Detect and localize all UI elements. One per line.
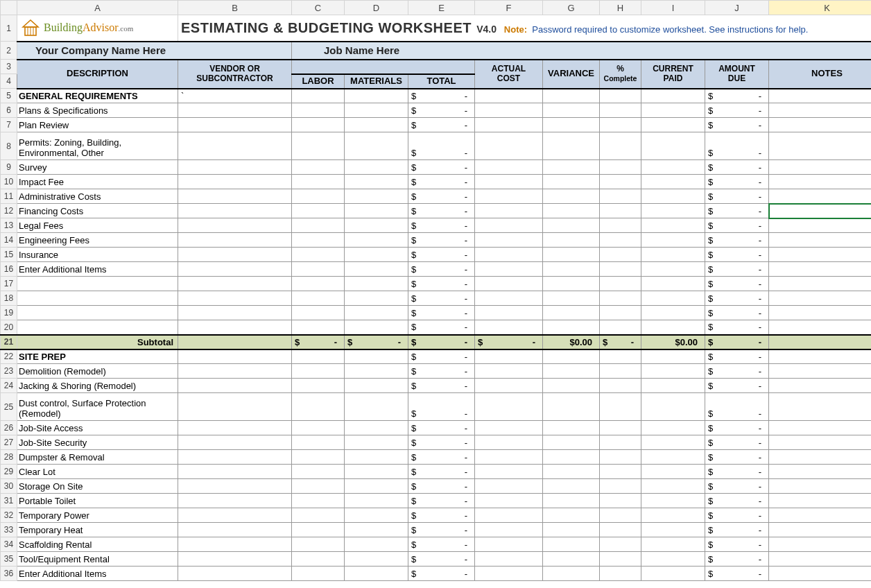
materials-cell[interactable] <box>345 89 408 103</box>
notes-cell[interactable] <box>769 465 872 479</box>
actual-cell[interactable] <box>475 552 543 567</box>
actual-cell[interactable] <box>475 349 543 364</box>
notes-cell[interactable] <box>769 262 872 277</box>
column-header-f[interactable]: F <box>475 1 543 15</box>
vendor-cell[interactable] <box>178 523 292 537</box>
pct-cell[interactable] <box>600 103 641 118</box>
vendor-cell[interactable] <box>178 537 292 552</box>
paid-cell[interactable] <box>641 89 705 103</box>
labor-cell[interactable] <box>292 393 345 421</box>
line-description[interactable]: SITE PREP <box>17 349 178 364</box>
line-description[interactable]: Tool/Equipment Rental <box>17 552 178 567</box>
pct-cell[interactable] <box>600 160 641 175</box>
paid-cell[interactable] <box>641 435 705 450</box>
line-description[interactable]: Demolition (Remodel) <box>17 364 178 379</box>
paid-cell[interactable] <box>641 277 705 291</box>
materials-cell[interactable] <box>345 306 408 320</box>
paid-cell[interactable] <box>641 567 705 581</box>
paid-cell[interactable] <box>641 160 705 175</box>
paid-cell[interactable] <box>641 132 705 160</box>
pct-cell[interactable] <box>600 218 641 233</box>
materials-cell[interactable] <box>345 233 408 248</box>
vendor-cell[interactable] <box>178 494 292 508</box>
line-description[interactable]: Storage On Site <box>17 479 178 494</box>
labor-cell[interactable] <box>292 523 345 537</box>
materials-cell[interactable] <box>345 204 408 218</box>
paid-cell[interactable] <box>641 494 705 508</box>
actual-cell[interactable] <box>475 175 543 189</box>
paid-cell[interactable] <box>641 421 705 435</box>
labor-cell[interactable] <box>292 103 345 118</box>
actual-cell[interactable] <box>475 218 543 233</box>
line-description[interactable] <box>17 320 178 335</box>
materials-cell[interactable] <box>345 379 408 393</box>
paid-cell[interactable] <box>641 508 705 523</box>
actual-cell[interactable] <box>475 450 543 465</box>
paid-cell[interactable] <box>641 118 705 132</box>
notes-cell[interactable] <box>769 204 872 218</box>
vendor-cell[interactable] <box>178 393 292 421</box>
actual-cell[interactable] <box>475 465 543 479</box>
paid-cell[interactable] <box>641 450 705 465</box>
labor-cell[interactable] <box>292 465 345 479</box>
vendor-cell[interactable] <box>178 379 292 393</box>
line-description[interactable]: Jacking & Shoring (Remodel) <box>17 379 178 393</box>
actual-cell[interactable] <box>475 160 543 175</box>
materials-cell[interactable] <box>345 494 408 508</box>
vendor-cell[interactable] <box>178 262 292 277</box>
pct-cell[interactable] <box>600 204 641 218</box>
materials-cell[interactable] <box>345 523 408 537</box>
vendor-cell[interactable] <box>178 103 292 118</box>
vendor-cell[interactable] <box>178 567 292 581</box>
column-header-b[interactable]: B <box>178 1 292 15</box>
vendor-cell[interactable] <box>178 277 292 291</box>
pct-cell[interactable] <box>600 523 641 537</box>
notes-cell[interactable] <box>769 320 872 335</box>
line-description[interactable]: Clear Lot <box>17 465 178 479</box>
paid-cell[interactable] <box>641 204 705 218</box>
paid-cell[interactable] <box>641 103 705 118</box>
labor-cell[interactable] <box>292 118 345 132</box>
actual-cell[interactable] <box>475 132 543 160</box>
materials-cell[interactable] <box>345 218 408 233</box>
line-description[interactable] <box>17 277 178 291</box>
column-header-g[interactable]: G <box>543 1 600 15</box>
actual-cell[interactable] <box>475 523 543 537</box>
labor-cell[interactable] <box>292 349 345 364</box>
pct-cell[interactable] <box>600 494 641 508</box>
labor-cell[interactable] <box>292 494 345 508</box>
actual-cell[interactable] <box>475 306 543 320</box>
line-description[interactable]: Scaffolding Rental <box>17 537 178 552</box>
company-name-field[interactable]: Your Company Name Here <box>17 42 292 60</box>
materials-cell[interactable] <box>345 421 408 435</box>
actual-cell[interactable] <box>475 494 543 508</box>
labor-cell[interactable] <box>292 204 345 218</box>
paid-cell[interactable] <box>641 218 705 233</box>
paid-cell[interactable] <box>641 479 705 494</box>
paid-cell[interactable] <box>641 465 705 479</box>
column-header-c[interactable]: C <box>292 1 345 15</box>
paid-cell[interactable] <box>641 233 705 248</box>
materials-cell[interactable] <box>345 262 408 277</box>
pct-cell[interactable] <box>600 508 641 523</box>
vendor-cell[interactable] <box>178 204 292 218</box>
vendor-cell[interactable] <box>178 508 292 523</box>
actual-cell[interactable] <box>475 89 543 103</box>
pct-cell[interactable] <box>600 393 641 421</box>
vendor-cell[interactable] <box>178 132 292 160</box>
actual-cell[interactable] <box>475 479 543 494</box>
pct-cell[interactable] <box>600 320 641 335</box>
pct-cell[interactable] <box>600 421 641 435</box>
notes-cell[interactable] <box>769 494 872 508</box>
actual-cell[interactable] <box>475 277 543 291</box>
labor-cell[interactable] <box>292 379 345 393</box>
line-description[interactable]: Enter Additional Items <box>17 262 178 277</box>
vendor-cell[interactable] <box>178 320 292 335</box>
labor-cell[interactable] <box>292 508 345 523</box>
column-header-e[interactable]: E <box>408 1 475 15</box>
paid-cell[interactable] <box>641 262 705 277</box>
actual-cell[interactable] <box>475 189 543 204</box>
vendor-cell[interactable] <box>178 465 292 479</box>
line-description[interactable] <box>17 291 178 306</box>
line-description[interactable]: GENERAL REQUIREMENTS <box>17 89 178 103</box>
